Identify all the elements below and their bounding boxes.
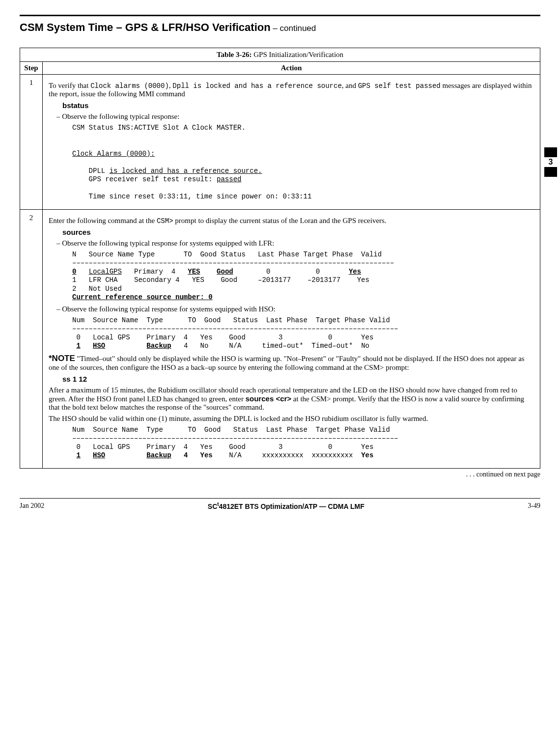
code: GPS self test passed	[358, 82, 441, 90]
step2-action: Enter the following command at the CSM> …	[43, 209, 540, 468]
step2-cmd2: ss 1 12	[62, 375, 534, 383]
line: 0 Local GPS Primary 4 Yes Good 3 0 Yes	[72, 334, 373, 341]
step-number: 1	[20, 75, 43, 210]
c: N/A xxxxxxxxxx xxxxxxxxxx	[213, 451, 361, 459]
c: 1	[76, 451, 80, 459]
line: DPLL	[72, 167, 110, 175]
footer-center: SCt4812ET BTS Optimization/ATP — CDMA LM…	[208, 502, 364, 510]
code: Dpll is locked and has a reference sourc…	[172, 82, 341, 90]
c: LocalGPS	[89, 268, 122, 276]
top-rule	[20, 15, 540, 16]
step-number: 2	[20, 209, 43, 468]
step2-para2: After a maximum of 15 minutes, the Rubid…	[49, 386, 534, 412]
code: Clock alarms (0000)	[90, 82, 169, 90]
line: 1 LFR CHA Secondary 4 YES Good –2013177 …	[72, 276, 369, 284]
table-caption-rest: GPS Initialization/Verification	[252, 51, 343, 58]
c: YES	[188, 268, 200, 276]
footer-left: Jan 2002	[20, 502, 44, 510]
t: 4812ET BTS Optimization/ATP — CDMA LMF	[219, 502, 364, 510]
step2-cmd: sources	[62, 228, 534, 236]
note-text: "Timed–out" should only be displayed whi…	[49, 355, 525, 371]
line: ––––––––––––––––––––––––––––––––––––––––…	[72, 259, 394, 267]
procedure-table: Table 3-26: GPS Initialization/Verificat…	[20, 48, 540, 469]
line: is locked and has a reference source.	[110, 167, 262, 175]
step2-observe-hso: Observe the following typical response f…	[56, 305, 534, 313]
step2-observe-lfr: Observe the following typical response f…	[56, 239, 534, 248]
c	[105, 342, 146, 350]
line: Num Source Name Type TO Good Status Last…	[72, 426, 390, 434]
b: sources <cr>	[246, 394, 291, 403]
code: CSM>	[157, 217, 173, 225]
note-bold: *NOTE	[49, 354, 75, 363]
col-step: Step	[20, 62, 43, 75]
line: 0 Local GPS Primary 4 Yes Good 3 0 Yes	[72, 443, 373, 451]
col-step-label: Step	[24, 64, 38, 72]
line: ––––––––––––––––––––––––––––––––––––––––…	[72, 434, 398, 442]
line: Num Source Name Type TO Good Status Last…	[72, 316, 390, 324]
c	[188, 451, 200, 459]
step1-list: Observe the following typical response:	[49, 112, 534, 121]
page-title: CSM System Time – GPS & LFR/HSO Verifica…	[20, 21, 540, 34]
c: HSO	[93, 451, 105, 459]
c	[105, 451, 146, 459]
c	[171, 451, 184, 459]
step1-action: To verify that Clock alarms (0000), Dpll…	[43, 75, 540, 210]
step2-list1: Observe the following typical response f…	[49, 239, 534, 248]
c: 0 0	[233, 268, 349, 276]
step1-response: CSM Status INS:ACTIVE Slot A Clock MASTE…	[72, 124, 534, 201]
page-footer: Jan 2002 SCt4812ET BTS Optimization/ATP …	[20, 498, 540, 510]
c: 0	[72, 268, 76, 276]
line: 2 Not Used	[72, 285, 122, 293]
t: prompt to display the current status of …	[173, 217, 387, 224]
step2-hso-response: Num Source Name Type TO Good Status Last…	[72, 316, 534, 351]
t: Enter the following command at the	[49, 217, 157, 224]
c: Yes	[200, 451, 213, 459]
continued-note: . . . continued on next page	[20, 471, 540, 478]
line: Time since reset 0:33:11, time since pow…	[72, 193, 311, 200]
line: CSM Status INS:ACTIVE Slot A Clock MASTE…	[72, 124, 246, 132]
footer-right: 3-49	[528, 502, 540, 510]
c: 1	[76, 342, 80, 350]
step2-note: *NOTE "Timed–out" should only be display…	[49, 354, 534, 372]
step2-final-response: Num Source Name Type TO Good Status Last…	[72, 426, 534, 460]
c: Backup	[146, 451, 171, 459]
line: Current reference source number: 0	[72, 293, 213, 301]
line: ––––––––––––––––––––––––––––––––––––––––…	[72, 325, 398, 333]
c: Backup	[146, 342, 171, 350]
side-tab: 3	[544, 147, 557, 177]
line: passed	[217, 175, 241, 183]
line: Clock Alarms (0000):	[72, 150, 155, 158]
table-row: 2 Enter the following command at the CSM…	[20, 209, 540, 468]
page-title-cont: – continued	[271, 24, 316, 33]
step2-para3: The HSO should be valid within one (1) m…	[49, 415, 534, 423]
col-action: Action	[43, 62, 540, 75]
c: Good	[217, 268, 233, 276]
step2-intro: Enter the following command at the CSM> …	[49, 217, 534, 225]
page-title-main: CSM System Time – GPS & LFR/HSO Verifica…	[20, 21, 271, 33]
side-tab-label: 3	[544, 157, 557, 167]
line: GPS receiver self test result:	[72, 175, 217, 183]
step1-intro: To verify that Clock alarms (0000), Dpll…	[49, 82, 534, 98]
col-action-label: Action	[281, 64, 302, 72]
t: To verify that	[49, 82, 90, 89]
c: HSO	[93, 342, 105, 350]
line: N Source Name Type TO Good Status Last P…	[72, 251, 382, 258]
table-caption: Table 3-26: GPS Initialization/Verificat…	[20, 48, 540, 61]
side-tab-block-top	[544, 147, 557, 157]
step1-observe: Observe the following typical response:	[56, 112, 534, 121]
table-row: 1 To verify that Clock alarms (0000), Dp…	[20, 75, 540, 210]
step2-list2: Observe the following typical response f…	[49, 305, 534, 313]
side-tab-block-bottom	[544, 167, 557, 177]
c: Yes	[349, 268, 361, 276]
t: , and	[342, 82, 358, 89]
step2-lfr-response: N Source Name Type TO Good Status Last P…	[72, 251, 534, 302]
c: 4 No N/A timed–out* Timed–out* No	[171, 342, 369, 350]
t: SC	[208, 502, 217, 510]
step1-cmd: bstatus	[62, 101, 534, 110]
table-caption-bold: Table 3-26:	[217, 51, 252, 58]
c: Yes	[361, 451, 373, 459]
c: Primary 4	[122, 268, 188, 276]
